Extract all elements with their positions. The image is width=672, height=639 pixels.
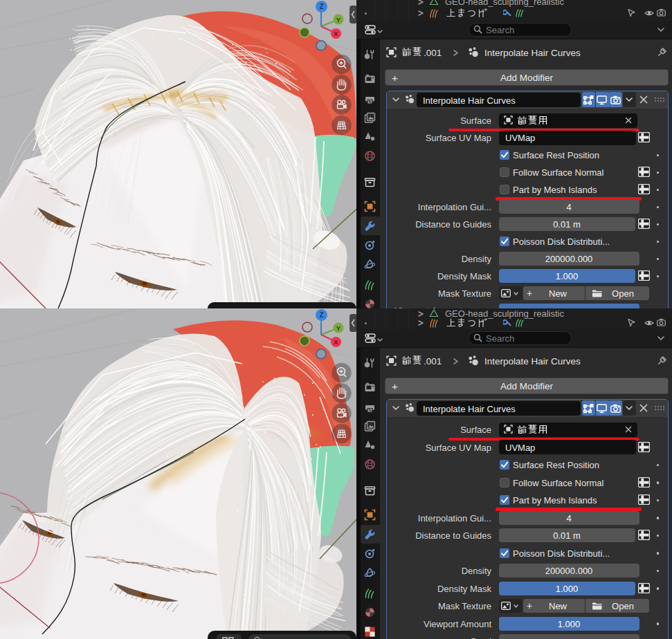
svg-text:Y: Y [336,16,341,24]
svg-text:Y: Y [336,324,341,332]
svg-text:X: X [334,338,338,346]
svg-text:X: X [334,30,338,37]
svg-text:Z: Z [319,3,323,10]
svg-text:Z: Z [319,311,323,319]
